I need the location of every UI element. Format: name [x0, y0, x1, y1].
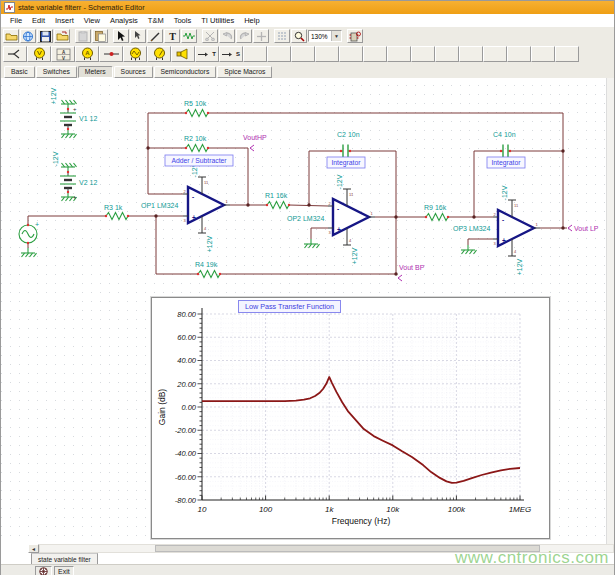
resistor-r1[interactable] [267, 202, 289, 209]
redo-icon[interactable] [236, 29, 252, 43]
chevron-down-icon[interactable]: ▼ [331, 31, 341, 41]
select-alt-icon[interactable] [130, 29, 146, 43]
web-open-icon[interactable] [20, 29, 36, 43]
source-plus-sign: + [35, 221, 39, 228]
tab-sources[interactable]: Sources [114, 66, 153, 78]
text-icon[interactable]: T [164, 29, 180, 43]
svg-text:100k: 100k [448, 505, 466, 514]
svg-text:60.00: 60.00 [177, 333, 197, 342]
exit-button[interactable]: Exit [54, 566, 74, 575]
schematic-canvas[interactable]: - + 2 3 1 11 4 [1, 78, 614, 544]
integrator2-annotation: Integrator [491, 159, 521, 167]
oscilloscope-icon[interactable] [123, 46, 147, 62]
export-icon[interactable] [54, 29, 70, 43]
opamp-op2[interactable] [328, 189, 375, 245]
zoom-level-value: 130% [311, 33, 328, 40]
zoom-fit-icon[interactable] [253, 29, 269, 43]
opamp-op3[interactable] [493, 200, 540, 256]
menu-view[interactable]: View [79, 16, 105, 25]
label-op3: OP3 LM324 [453, 225, 490, 232]
save-icon[interactable] [37, 29, 53, 43]
paste-icon[interactable] [75, 29, 91, 43]
label-op2: OP2 LM324 [287, 215, 324, 222]
status-icon-cell[interactable] [35, 566, 52, 575]
chart-title[interactable]: Low Pass Transfer Function [238, 300, 341, 313]
ground-icon[interactable] [461, 245, 477, 254]
menu-analysis[interactable]: Analysis [105, 16, 143, 25]
net-labels[interactable]: VoutHP Vout BP Vout LP [243, 134, 599, 281]
status-icon [39, 567, 48, 575]
empty-toolbar-slot [531, 46, 555, 62]
undo-icon[interactable] [219, 29, 235, 43]
opamp-op1[interactable] [183, 177, 230, 233]
wire-icon[interactable] [181, 29, 197, 43]
op2-vpos-label: +12V [351, 247, 358, 264]
tab-meters[interactable]: Meters [78, 66, 113, 78]
label-r5: R5 10k [184, 100, 207, 107]
resistor-r5[interactable] [186, 110, 208, 117]
wires[interactable] [28, 113, 567, 274]
bode-plot: 80.0060.0040.0020.000.00-20.00-40.00-60.… [152, 298, 549, 538]
find-component-icon[interactable] [347, 29, 363, 43]
tab-spice-macros[interactable]: Spice Macros [217, 66, 272, 78]
scroll-left-icon[interactable]: ◄ [28, 544, 39, 553]
ammeter-icon[interactable]: A [75, 46, 99, 62]
multimeter-icon[interactable]: AV [51, 46, 75, 62]
menu-file[interactable]: File [5, 16, 27, 25]
net-vouthp: VoutHP [243, 134, 267, 141]
signal-meter-icon[interactable] [147, 46, 171, 62]
grid-icon[interactable] [274, 29, 290, 43]
menu-help[interactable]: Help [239, 16, 264, 25]
svg-text:20.00: 20.00 [176, 380, 197, 389]
ground-icon[interactable] [304, 239, 320, 248]
menu-t-m[interactable]: T&M [143, 16, 169, 25]
probe-icon[interactable] [3, 46, 27, 62]
menu-edit[interactable]: Edit [27, 16, 50, 25]
resistor-r3[interactable] [106, 213, 128, 220]
resistor-r9[interactable] [426, 214, 448, 221]
paste-special-icon[interactable] [92, 29, 108, 43]
menu-ti-utilities[interactable]: TI Utilities [196, 16, 239, 25]
annotation-boxes[interactable]: Adder / Subtracter Integrator Integrator [165, 155, 525, 168]
open-icon[interactable] [3, 29, 19, 43]
svg-text:40.00: 40.00 [177, 356, 197, 365]
resistor-r2[interactable] [186, 145, 208, 152]
svg-text:1MEG: 1MEG [509, 505, 532, 514]
svg-text:100: 100 [259, 505, 273, 514]
ground-icon[interactable] [21, 248, 37, 257]
speaker-icon[interactable] [171, 46, 195, 62]
empty-toolbar-slot [435, 46, 459, 62]
select-cursor-icon[interactable] [113, 29, 129, 43]
battery-v1[interactable] [60, 109, 76, 129]
tab-semiconductors[interactable]: Semiconductors [154, 66, 217, 78]
pen-icon[interactable] [147, 29, 163, 43]
diagram-window[interactable]: Low Pass Transfer Function 80.0060.0040.… [151, 297, 550, 539]
watermark: www.cntronics.com [455, 548, 609, 568]
tab-basic[interactable]: Basic [4, 66, 35, 78]
voltmeter-icon[interactable] [27, 46, 51, 62]
label-op1: OP1 LM324 [141, 202, 178, 209]
menu-insert[interactable]: Insert [50, 16, 79, 25]
zoom-level-select[interactable]: 130% ▼ [308, 30, 342, 42]
label-c2: C2 10n [337, 131, 360, 138]
svg-text:-60.00: -60.00 [175, 473, 197, 482]
resistor-r4[interactable] [198, 271, 220, 278]
ground-icon[interactable] [61, 129, 77, 138]
menu-tools[interactable]: Tools [169, 16, 197, 25]
title-bar[interactable]: state variable filterr - Schematic Edito… [1, 1, 614, 14]
power-rail-minus12[interactable] [61, 163, 77, 172]
capacitor-c2[interactable] [343, 145, 348, 158]
vertical-scrollbar[interactable] [606, 78, 614, 544]
node-icon[interactable] [99, 46, 123, 62]
label-v2: V2 12 [79, 179, 97, 186]
cut-icon[interactable] [202, 29, 218, 43]
to-s-icon[interactable]: S [219, 46, 243, 62]
tab-switches[interactable]: Switches [36, 66, 77, 78]
empty-toolbar-slot [339, 46, 363, 62]
to-t-icon[interactable]: T [195, 46, 219, 62]
label-r9: R9 16k [424, 204, 447, 211]
op3-vpos-label: +12V [516, 258, 523, 275]
battery-v2[interactable] [60, 172, 76, 192]
capacitor-c4[interactable] [503, 145, 508, 158]
zoom-magnifier-icon[interactable] [291, 29, 307, 43]
